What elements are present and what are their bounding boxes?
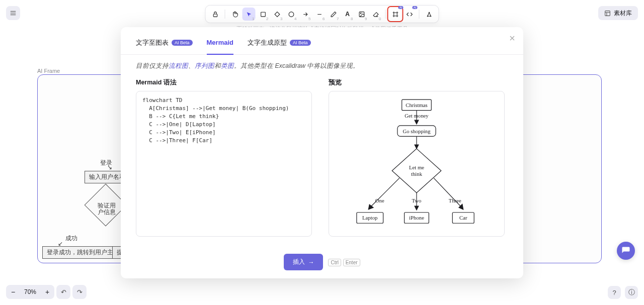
separator <box>385 10 386 19</box>
library-button[interactable]: 素材库 <box>598 6 638 20</box>
svg-point-12 <box>360 13 361 14</box>
hamburger-icon <box>10 10 17 17</box>
syntax-label: Mermaid 语法 <box>136 78 315 87</box>
link-flowchart[interactable]: 流程图 <box>169 62 188 69</box>
bg-node-verify: 验证用户信息 <box>98 202 116 216</box>
link-sequence[interactable]: 序列图 <box>195 62 214 69</box>
bg-label-success: 成功 <box>65 234 77 243</box>
close-icon <box>508 34 516 42</box>
embed-tool[interactable]: AI <box>403 8 416 21</box>
info-button[interactable]: ⓘ <box>625 286 638 299</box>
svg-rect-3 <box>605 11 610 16</box>
kbd-enter: Enter <box>343 259 360 266</box>
cursor-icon <box>246 11 252 18</box>
image-tool[interactable]: 9 <box>355 8 368 21</box>
svg-marker-30 <box>415 145 419 149</box>
lock-icon <box>212 11 218 18</box>
ai-pill: AI Beta <box>290 40 311 46</box>
link-class[interactable]: 类图 <box>221 62 234 69</box>
frame-tool[interactable]: AI <box>389 8 402 21</box>
svg-rect-6 <box>213 14 217 16</box>
kbd-ctrl: Ctrl <box>328 259 341 266</box>
separator <box>419 10 420 19</box>
chat-fab[interactable] <box>617 242 635 260</box>
preview-box: Christmas Get money Go shopping Let me t… <box>329 91 505 237</box>
modal-tabs: 文字至图表 AI Beta Mermaid 文字生成原型 AI Beta <box>121 27 523 55</box>
tab-text-to-diagram[interactable]: 文字至图表 AI Beta <box>136 38 193 54</box>
svg-rect-7 <box>261 12 265 17</box>
diamond-tool[interactable]: 3 <box>271 8 284 21</box>
mermaid-modal: 文字至图表 AI Beta Mermaid 文字生成原型 AI Beta 目前仅… <box>121 27 523 278</box>
select-tool[interactable]: 1 <box>243 8 256 21</box>
text-tool[interactable]: A8 <box>341 8 354 21</box>
flowchart-preview: Christmas Get money Go shopping Let me t… <box>333 95 500 236</box>
eraser-tool[interactable]: 0 <box>369 8 382 21</box>
bg-node-success: 登录成功，跳转到用户主页 <box>42 246 124 259</box>
svg-marker-25 <box>415 120 419 124</box>
eraser-icon <box>372 11 379 18</box>
line-tool[interactable]: 6 <box>313 8 326 21</box>
ai-badge: AI <box>413 6 418 9</box>
insert-button[interactable]: 插入 → <box>284 254 323 270</box>
support-note: 目前仅支持流程图、序列图和类图。其他类型在 Excalidraw 中将以图像呈现… <box>136 62 508 70</box>
separator <box>225 10 225 19</box>
image-icon <box>358 11 365 18</box>
ai-badge: AI <box>398 6 404 9</box>
undo-redo: ↶ ↷ <box>56 285 87 299</box>
library-icon <box>604 10 611 17</box>
pencil-icon <box>330 11 337 18</box>
preview-label: 预览 <box>329 78 508 87</box>
hand-tool[interactable] <box>228 8 242 21</box>
svg-marker-37 <box>415 206 419 210</box>
toolbar: 1 2 3 4 5 6 7 A8 9 0 AI AI <box>205 5 439 23</box>
svg-marker-34 <box>368 205 373 210</box>
svg-text:Let me: Let me <box>409 164 424 170</box>
rectangle-tool[interactable]: 2 <box>257 8 270 21</box>
svg-text:Car: Car <box>459 215 467 221</box>
embed-icon <box>406 11 413 18</box>
svg-text:Go shopping: Go shopping <box>403 128 431 134</box>
zoom-out-button[interactable]: − <box>6 285 20 299</box>
ellipse-tool[interactable]: 4 <box>285 8 298 21</box>
arrow-icon <box>302 11 308 18</box>
tab-mermaid[interactable]: Mermaid <box>207 38 233 55</box>
line-icon <box>316 11 323 18</box>
square-icon <box>260 11 266 18</box>
zoom-level[interactable]: 70% <box>20 288 40 295</box>
close-button[interactable] <box>508 34 516 45</box>
frame-label: AI Frame <box>37 68 60 74</box>
arrow-tool[interactable]: 5 <box>299 8 312 21</box>
menu-button[interactable] <box>6 6 20 20</box>
zoom-controls: − 70% + <box>6 285 54 299</box>
svg-text:Christmas: Christmas <box>406 102 428 108</box>
arrow-icon: → <box>308 259 314 266</box>
lock-tool[interactable] <box>209 8 222 21</box>
help-button[interactable]: ? <box>608 286 621 299</box>
svg-text:Laptop: Laptop <box>362 215 377 221</box>
svg-text:Two: Two <box>412 197 422 204</box>
library-label: 素材库 <box>614 9 632 18</box>
other-icon <box>426 11 432 18</box>
circle-icon <box>288 11 294 18</box>
svg-text:One: One <box>375 197 384 204</box>
svg-text:iPhone: iPhone <box>409 215 424 221</box>
svg-text:think: think <box>411 171 423 177</box>
tab-text-to-prototype[interactable]: 文字生成原型 AI Beta <box>248 38 311 54</box>
undo-button[interactable]: ↶ <box>56 285 70 299</box>
other-tool[interactable] <box>423 8 436 21</box>
redo-button[interactable]: ↷ <box>72 285 87 299</box>
mermaid-code-input[interactable] <box>136 91 312 237</box>
text-icon: A <box>345 11 350 18</box>
svg-point-8 <box>289 12 294 17</box>
zoom-in-button[interactable]: + <box>40 285 54 299</box>
draw-tool[interactable]: 7 <box>327 8 340 21</box>
svg-text:Get money: Get money <box>405 113 429 119</box>
svg-line-33 <box>370 178 399 208</box>
hand-icon <box>231 11 238 18</box>
chat-icon <box>621 246 630 255</box>
svg-text:Three: Three <box>449 197 461 204</box>
frame-icon <box>392 11 398 18</box>
diamond-icon <box>274 11 280 18</box>
ai-pill: AI Beta <box>172 40 193 46</box>
